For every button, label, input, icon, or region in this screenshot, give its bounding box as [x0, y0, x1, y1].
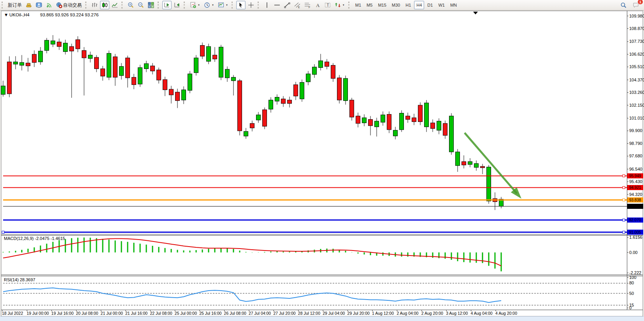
text-button[interactable]: A — [313, 1, 322, 9]
candle-body — [325, 62, 329, 67]
caret-down-icon: ▼ — [342, 4, 345, 6]
profile-icon — [36, 2, 42, 8]
time-axis-label: 18 Jul 2022 — [2, 311, 23, 316]
candle-body — [232, 77, 236, 81]
candle-body — [132, 77, 136, 85]
vline-icon — [264, 2, 270, 8]
svg-text:A: A — [316, 2, 320, 8]
timeframe-m1-button[interactable]: M1 — [353, 1, 363, 9]
rsi-scale-label: 50 — [629, 291, 634, 296]
channel-button[interactable]: E — [293, 1, 302, 9]
rsi-indicator-label: RSI(14) 28.3697 — [4, 277, 35, 282]
timeframe-m30-button[interactable]: M30 — [390, 1, 402, 9]
price-axis-label: 109.980 — [629, 14, 644, 18]
line-handle — [623, 219, 625, 221]
candle-body — [144, 63, 149, 69]
timeframe-mn-button[interactable]: MN — [448, 1, 459, 9]
zoomin-icon — [128, 2, 134, 8]
bottom-strip — [0, 316, 644, 321]
timeframe-h4-button[interactable]: H4 — [414, 1, 424, 9]
time-axis-label: 29 Jul 04:00 — [323, 311, 345, 316]
hline-icon — [274, 2, 280, 8]
textA-icon: A — [314, 2, 321, 8]
zoom-out-button[interactable] — [136, 1, 146, 9]
notification-badge: 1 — [637, 0, 643, 5]
label-button[interactable]: T — [323, 1, 332, 9]
new-order-button[interactable]: 新订单 — [6, 1, 23, 9]
timeframe-m15-button[interactable]: M15 — [376, 1, 388, 9]
timeframe-d1-button[interactable]: D1 — [425, 1, 435, 9]
time-axis-label: 4 Aug 04:00 — [471, 311, 493, 316]
candle-body — [344, 78, 348, 101]
macd-scale-label: 1.6156 — [629, 235, 642, 240]
autoscroll-button[interactable] — [172, 1, 182, 9]
candle-body — [306, 74, 311, 82]
zoomout-icon — [138, 2, 144, 8]
price-tag-label: 92.070 — [629, 218, 641, 222]
autoscroll-icon — [174, 2, 180, 8]
price-axis[interactable]: 109.980108.870107.730106.620105.510104.3… — [627, 14, 644, 197]
templates-button[interactable]: ▼ — [216, 1, 230, 9]
time-axis-label: 27 Jul 04:00 — [249, 311, 271, 316]
time-axis-label: 21 Jul 00:00 — [101, 311, 123, 316]
line-chart-button[interactable] — [110, 1, 119, 9]
candle-body — [468, 162, 472, 164]
cursor-button[interactable] — [236, 1, 246, 9]
line-handle — [623, 186, 625, 189]
price-axis-label: 95.430 — [629, 179, 642, 184]
shift-chart-button[interactable] — [162, 1, 172, 9]
trendline-button[interactable] — [283, 1, 292, 9]
candle-body — [256, 115, 261, 120]
shapes-button[interactable]: ▼ — [333, 1, 346, 9]
timeframe-m5-button[interactable]: M5 — [364, 1, 375, 9]
bar-chart-button[interactable] — [90, 1, 99, 9]
crosshair-icon — [248, 2, 254, 8]
indicators-button[interactable]: ▼ — [188, 1, 202, 9]
candle-body — [7, 62, 12, 94]
hline-button[interactable] — [272, 1, 282, 9]
zoom-in-button[interactable] — [126, 1, 135, 9]
macd-indicator-label: MACD(12,26,9) -2.0475 -1.4615 — [4, 236, 65, 241]
new-order-button-label: 新订单 — [8, 2, 22, 9]
vline-button[interactable] — [262, 1, 272, 9]
time-axis-label: 22 Jul 08:00 — [150, 311, 172, 316]
timeframe-w1-button[interactable]: W1 — [436, 1, 447, 9]
price-axis-label: 104.370 — [629, 78, 644, 82]
candle-body — [188, 74, 192, 90]
time-axis-label: 3 Aug 12:00 — [446, 311, 468, 316]
time-axis-label: 29 Jul 20:00 — [347, 311, 370, 316]
price-axis-label: 101.010 — [629, 116, 644, 120]
signal-button[interactable] — [44, 1, 54, 9]
candlestick-button[interactable] — [100, 1, 109, 9]
candle-body — [225, 69, 230, 78]
candle-body — [356, 116, 360, 123]
candle-body — [26, 63, 30, 66]
autotrade-button[interactable]: 自动交易 — [54, 1, 83, 9]
candle-body — [250, 123, 254, 128]
candle-body — [294, 85, 298, 96]
periods-button[interactable]: ▼ — [202, 1, 216, 9]
candle-body — [107, 53, 111, 77]
crosshair-button[interactable] — [246, 1, 256, 9]
gold-button[interactable] — [24, 1, 33, 9]
candle-body — [95, 57, 99, 69]
candle-body — [393, 130, 398, 136]
timeframe-h1-button[interactable]: H1 — [403, 1, 413, 9]
chart-canvas[interactable]: 95.94994.92193.83893.27692.07091.005109.… — [0, 11, 644, 316]
search-button[interactable] — [619, 1, 628, 9]
fibonacci-button[interactable]: F — [303, 1, 312, 9]
time-axis[interactable]: 18 Jul 202219 Jul 00:0019 Jul 16:0020 Ju… — [2, 310, 517, 316]
rsi-scale-label: 80 — [629, 280, 634, 285]
caret-down-icon: ▼ — [226, 4, 228, 6]
candle-body — [63, 43, 68, 52]
candle-body — [163, 79, 167, 90]
tile-icon — [148, 2, 154, 8]
notifications-button[interactable]: 1 — [631, 1, 640, 9]
tile-windows-button[interactable] — [146, 1, 156, 9]
price-tag-label: 93.838 — [629, 198, 641, 202]
symbol-dropdown-marker[interactable]: ▼ — [4, 12, 8, 17]
profile-button[interactable] — [34, 1, 44, 9]
candle-body — [39, 51, 43, 62]
candle-body — [126, 58, 130, 78]
time-axis-label: 25 Jul 00:00 — [175, 311, 197, 316]
